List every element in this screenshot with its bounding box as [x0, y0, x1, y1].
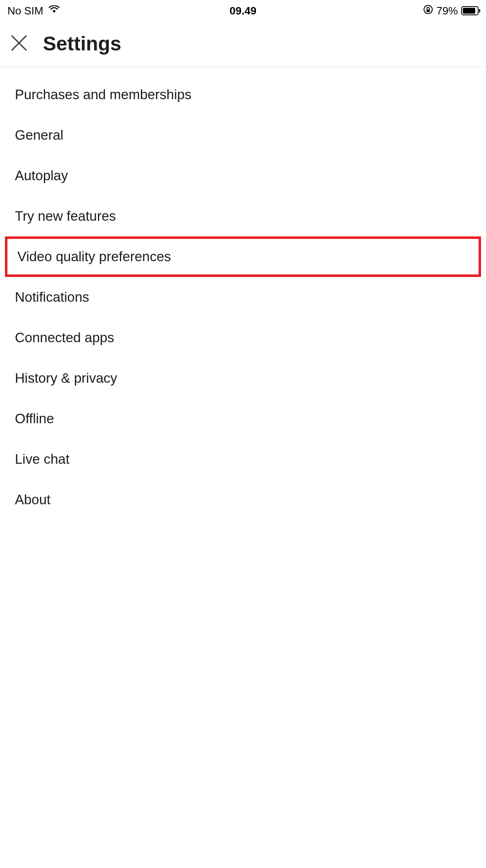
settings-item-label: Offline [15, 411, 54, 426]
status-bar: No SIM 09.49 79% [0, 0, 486, 20]
battery-icon [461, 6, 479, 15]
settings-item-label: Purchases and memberships [15, 87, 191, 102]
settings-item-notifications[interactable]: Notifications [0, 277, 486, 317]
page-title: Settings [43, 32, 121, 55]
settings-item-offline[interactable]: Offline [0, 398, 486, 439]
settings-item-label: Autoplay [15, 168, 68, 183]
settings-item-general[interactable]: General [0, 115, 486, 155]
status-right: 79% [423, 5, 479, 17]
battery-percent: 79% [436, 5, 458, 17]
settings-item-video-quality[interactable]: Video quality preferences [5, 236, 481, 277]
settings-item-live-chat[interactable]: Live chat [0, 439, 486, 479]
close-icon[interactable] [10, 34, 28, 54]
settings-item-label: History & privacy [15, 370, 117, 386]
settings-item-label: Notifications [15, 289, 89, 305]
settings-item-label: Connected apps [15, 330, 114, 345]
svg-rect-1 [426, 10, 430, 12]
wifi-icon [48, 5, 60, 17]
settings-item-try-new-features[interactable]: Try new features [0, 196, 486, 236]
carrier-label: No SIM [7, 5, 43, 17]
status-time: 09.49 [229, 5, 256, 17]
settings-item-label: General [15, 127, 63, 143]
app-header: Settings [0, 20, 486, 67]
settings-list: Purchases and memberships General Autopl… [0, 67, 486, 527]
settings-item-about[interactable]: About [0, 479, 486, 520]
settings-item-autoplay[interactable]: Autoplay [0, 155, 486, 196]
settings-item-purchases[interactable]: Purchases and memberships [0, 74, 486, 115]
settings-item-label: Live chat [15, 451, 69, 467]
orientation-lock-icon [423, 5, 433, 17]
settings-item-connected-apps[interactable]: Connected apps [0, 317, 486, 358]
settings-item-label: Try new features [15, 208, 116, 224]
status-left: No SIM [7, 5, 60, 17]
settings-item-label: About [15, 492, 50, 507]
settings-item-label: Video quality preferences [17, 249, 171, 264]
settings-item-history-privacy[interactable]: History & privacy [0, 358, 486, 398]
